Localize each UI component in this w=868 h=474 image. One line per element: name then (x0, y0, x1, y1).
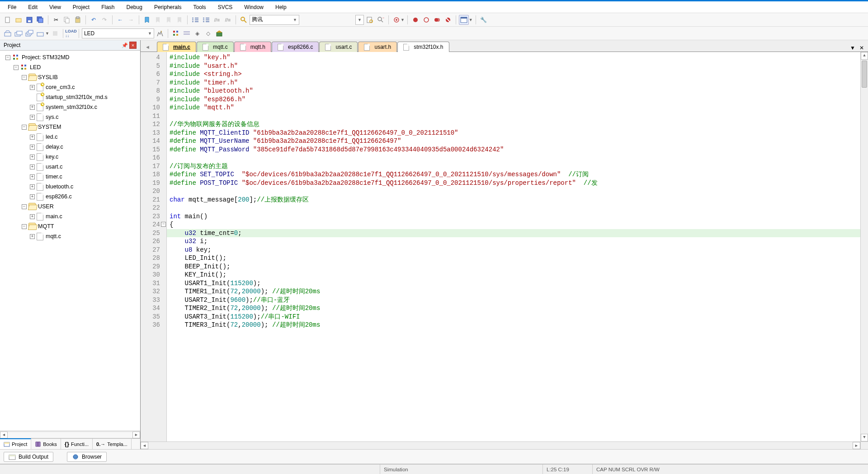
expander-icon[interactable]: − (22, 125, 27, 130)
tab-close-icon[interactable]: ✕ (858, 44, 865, 52)
menu-view[interactable]: View (43, 3, 67, 12)
uncomment-icon[interactable]: //≡ (223, 15, 233, 25)
bottom-tab-browser[interactable]: Browser (67, 452, 107, 462)
open-icon[interactable] (14, 15, 24, 25)
menu-tools[interactable]: Tools (188, 3, 212, 12)
expander-icon[interactable]: − (22, 224, 27, 229)
target-options-icon[interactable] (155, 28, 165, 38)
undo-icon[interactable]: ↶ (89, 15, 99, 25)
menu-svcs[interactable]: SVCS (212, 3, 239, 12)
download-icon[interactable]: LOAD↓↓ (66, 28, 76, 38)
expander-icon[interactable]: + (30, 105, 35, 110)
breakpoint-killall-icon[interactable] (443, 15, 453, 25)
unindent-icon[interactable] (201, 15, 211, 25)
expander-icon[interactable]: + (30, 164, 35, 169)
file-tab[interactable]: usart.c (319, 42, 358, 52)
tree-node[interactable]: −MQTT (2, 221, 140, 231)
rebuild-icon[interactable] (24, 28, 34, 38)
code-content[interactable]: #include "key.h"#include "usart.h"#inclu… (167, 52, 860, 441)
debug-icon[interactable] (392, 15, 401, 25)
translate-icon[interactable] (3, 28, 13, 38)
tree-node[interactable]: +main.c (2, 211, 140, 221)
file-tab[interactable]: mqtt.c (197, 42, 234, 52)
tab-nav-icon[interactable]: ◄ (145, 44, 151, 50)
fold-icon[interactable]: − (161, 222, 166, 227)
menu-edit[interactable]: Edit (22, 3, 43, 12)
copy-icon[interactable] (62, 15, 72, 25)
file-tab[interactable]: usart.h (358, 42, 397, 52)
tree-node[interactable]: +key.c (2, 152, 140, 162)
expander-icon[interactable]: + (30, 234, 35, 239)
editor-hscroll[interactable]: ◄► (141, 441, 868, 449)
tree-node[interactable]: −LED (2, 62, 140, 72)
expander-icon[interactable]: + (30, 194, 35, 199)
bookmark-clear-icon[interactable] (175, 15, 184, 25)
nav-back-icon[interactable]: ← (115, 15, 125, 25)
file-tab[interactable]: stm32f10x.h (397, 42, 449, 52)
expander-icon[interactable]: − (22, 204, 27, 209)
tree-node[interactable]: +bluetooth.c (2, 182, 140, 192)
menu-debug[interactable]: Debug (121, 3, 148, 12)
bookmark-prev-icon[interactable] (153, 15, 163, 25)
project-tab-functi[interactable]: {}Functi... (61, 439, 93, 449)
incremental-find-icon[interactable]: → (376, 15, 386, 25)
configure-icon[interactable]: 🔧 (479, 15, 489, 25)
tree-node[interactable]: +delay.c (2, 142, 140, 152)
expander-icon[interactable]: − (14, 65, 19, 70)
expander-icon[interactable]: + (30, 85, 35, 90)
expander-icon[interactable]: + (30, 174, 35, 179)
find-combo[interactable]: 腾讯▼ (250, 15, 299, 25)
tree-node[interactable]: −Project: STM32MD (2, 52, 140, 62)
expander-icon[interactable]: + (30, 214, 35, 219)
paste-icon[interactable] (73, 15, 83, 25)
breakpoint-kill-icon[interactable] (432, 15, 442, 25)
nav-fwd-icon[interactable]: → (126, 15, 136, 25)
project-tab-templa[interactable]: 0.→Templa... (93, 439, 132, 449)
project-tab-books[interactable]: Books (31, 439, 61, 449)
manage-rtenv-icon[interactable]: ◇ (203, 28, 213, 38)
close-icon[interactable]: × (129, 42, 137, 49)
menu-help[interactable]: Help (269, 3, 292, 12)
bookmark-next-icon[interactable] (164, 15, 174, 25)
manage-books-icon[interactable]: ◈ (193, 28, 203, 38)
manage-multi-icon[interactable] (182, 28, 192, 38)
tree-node[interactable]: +mqtt.c (2, 231, 140, 241)
menu-window[interactable]: Window (238, 3, 269, 12)
menu-project[interactable]: Project (67, 3, 95, 12)
find-in-files-icon[interactable] (365, 15, 375, 25)
tree-node[interactable]: −USER (2, 202, 140, 211)
editor-vscroll[interactable]: ▲▼ (860, 52, 868, 441)
target-combo[interactable]: LED▼ (82, 28, 154, 38)
bottom-tab-build-output[interactable]: Build Output (4, 452, 53, 462)
batch-build-icon[interactable] (35, 28, 45, 38)
breakpoint-icon[interactable] (410, 15, 420, 25)
indent-icon[interactable] (190, 15, 200, 25)
comment-icon[interactable]: //≡ (212, 15, 222, 25)
tree-node[interactable]: −SYSLIB (2, 72, 140, 82)
expander-icon[interactable]: + (30, 155, 35, 160)
save-all-icon[interactable] (35, 15, 45, 25)
tree-node[interactable]: +system_stm32f10x.c (2, 102, 140, 112)
expander-icon[interactable]: − (22, 75, 27, 80)
file-tab[interactable]: main.c (157, 42, 196, 52)
find-scope-combo[interactable]: ▼ (355, 15, 364, 25)
stop-build-icon[interactable] (50, 28, 60, 38)
tree-node[interactable]: startup_stm32f10x_md.s (2, 92, 140, 102)
manage-project-icon[interactable] (171, 28, 181, 38)
tree-node[interactable]: +sys.c (2, 112, 140, 122)
pin-icon[interactable]: 📌 (121, 42, 128, 49)
new-icon[interactable] (3, 15, 13, 25)
project-hscroll[interactable]: ◄► (0, 431, 140, 438)
breakpoint-disable-icon[interactable] (421, 15, 431, 25)
expander-icon[interactable]: − (5, 55, 10, 60)
menu-peripherals[interactable]: Peripherals (148, 3, 188, 12)
file-tab[interactable]: mqtt.h (234, 42, 271, 52)
pack-installer-icon[interactable] (214, 28, 224, 38)
expander-icon[interactable]: + (30, 135, 35, 140)
tree-node[interactable]: +usart.c (2, 162, 140, 172)
build-icon[interactable] (14, 28, 24, 38)
code-editor[interactable]: 456789101112131415161718192021222324−252… (141, 52, 868, 441)
expander-icon[interactable]: + (30, 145, 35, 150)
tree-node[interactable]: −SYSTEM (2, 122, 140, 132)
file-tab[interactable]: esp8266.c (272, 42, 319, 52)
